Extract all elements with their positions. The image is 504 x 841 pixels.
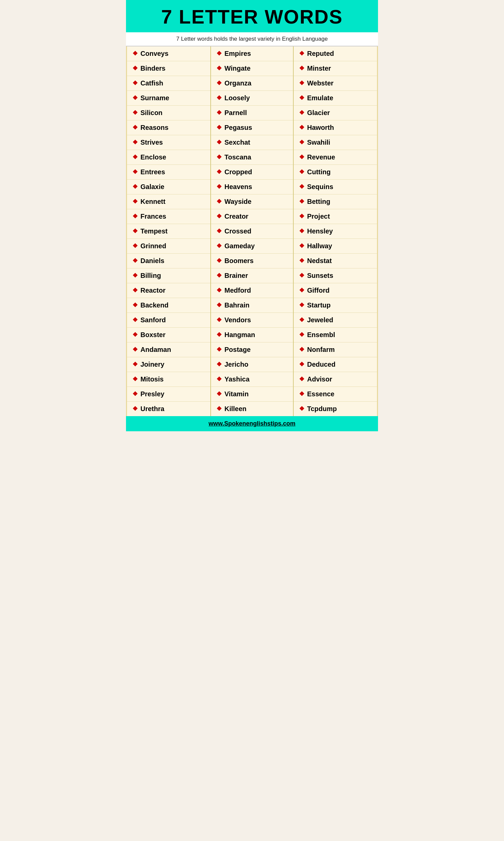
list-item: ❖Billing — [127, 269, 210, 283]
word-label: Haworth — [307, 124, 334, 132]
diamond-icon: ❖ — [132, 361, 138, 368]
list-item: ❖Pegasus — [211, 120, 293, 135]
word-label: Kennett — [141, 198, 165, 206]
word-label: Webster — [307, 80, 334, 87]
list-item: ❖Silicon — [127, 106, 210, 120]
subtitle-bar: 7 Letter words holds the largest variety… — [126, 32, 378, 47]
diamond-icon: ❖ — [299, 287, 304, 294]
list-item: ❖Webster — [294, 76, 377, 91]
diamond-icon: ❖ — [299, 316, 304, 324]
page-title: 7 LETTER WORDS — [129, 6, 375, 28]
diamond-icon: ❖ — [299, 257, 304, 264]
list-item: ❖Tcpdump — [294, 402, 377, 416]
diamond-icon: ❖ — [216, 346, 222, 353]
diamond-icon: ❖ — [132, 390, 138, 398]
list-item: ❖Sunsets — [294, 269, 377, 283]
list-item: ❖Andaman — [127, 342, 210, 357]
list-item: ❖Organza — [211, 76, 293, 91]
list-item: ❖Yashica — [211, 372, 293, 387]
list-item: ❖Tempest — [127, 224, 210, 239]
list-item: ❖Strives — [127, 135, 210, 150]
diamond-icon: ❖ — [299, 361, 304, 368]
list-item: ❖Loosely — [211, 91, 293, 106]
word-label: Crossed — [224, 227, 251, 235]
diamond-icon: ❖ — [299, 153, 304, 161]
list-item: ❖Heavens — [211, 179, 293, 194]
word-label: Reactor — [141, 287, 165, 294]
word-label: Jericho — [224, 361, 248, 368]
diamond-icon: ❖ — [216, 139, 222, 146]
diamond-icon: ❖ — [216, 361, 222, 368]
diamond-icon: ❖ — [216, 94, 222, 102]
list-item: ❖Cropped — [211, 165, 293, 179]
diamond-icon: ❖ — [216, 405, 222, 412]
word-label: Surname — [141, 94, 169, 102]
list-item: ❖Swahili — [294, 135, 377, 150]
diamond-icon: ❖ — [132, 94, 138, 102]
diamond-icon: ❖ — [216, 287, 222, 294]
list-item: ❖Brainer — [211, 269, 293, 283]
word-label: Frances — [141, 212, 166, 220]
diamond-icon: ❖ — [132, 227, 138, 235]
diamond-icon: ❖ — [216, 50, 222, 57]
word-label: Joinery — [141, 361, 164, 368]
word-label: Postage — [224, 346, 251, 354]
word-grid: ❖Conveys❖Binders❖Catfish❖Surname❖Silicon… — [126, 47, 378, 416]
list-item: ❖Wayside — [211, 194, 293, 209]
list-item: ❖Essence — [294, 387, 377, 402]
list-item: ❖Crossed — [211, 224, 293, 239]
diamond-icon: ❖ — [216, 198, 222, 205]
list-item: ❖Entrees — [127, 165, 210, 179]
diamond-icon: ❖ — [216, 183, 222, 190]
diamond-icon: ❖ — [132, 183, 138, 190]
diamond-icon: ❖ — [299, 405, 304, 412]
word-label: Advisor — [307, 375, 332, 383]
diamond-icon: ❖ — [132, 405, 138, 412]
word-label: Revenue — [307, 153, 335, 161]
word-label: Binders — [141, 65, 165, 72]
word-label: Ensembl — [307, 331, 335, 339]
list-item: ❖Reasons — [127, 120, 210, 135]
word-label: Hensley — [307, 227, 333, 235]
list-item: ❖Deduced — [294, 357, 377, 372]
word-label: Creator — [224, 212, 248, 220]
list-item: ❖Gifford — [294, 283, 377, 298]
list-item: ❖Minster — [294, 61, 377, 76]
list-item: ❖Jericho — [211, 357, 293, 372]
word-label: Sanford — [141, 316, 166, 324]
diamond-icon: ❖ — [299, 94, 304, 102]
diamond-icon: ❖ — [216, 375, 222, 383]
word-label: Deduced — [307, 361, 335, 368]
list-item: ❖Sanford — [127, 313, 210, 328]
diamond-icon: ❖ — [132, 50, 138, 57]
word-label: Cropped — [224, 168, 252, 176]
word-label: Loosely — [224, 94, 250, 102]
list-item: ❖Sequins — [294, 179, 377, 194]
list-item: ❖Creator — [211, 209, 293, 224]
diamond-icon: ❖ — [132, 153, 138, 161]
diamond-icon: ❖ — [299, 109, 304, 116]
word-label: Strives — [141, 139, 163, 146]
diamond-icon: ❖ — [216, 331, 222, 339]
word-label: Heavens — [224, 183, 252, 191]
diamond-icon: ❖ — [216, 168, 222, 176]
list-item: ❖Bahrain — [211, 298, 293, 313]
list-item: ❖Cutting — [294, 165, 377, 179]
column-3: ❖Reputed❖Minster❖Webster❖Emulate❖Glacier… — [294, 47, 377, 416]
diamond-icon: ❖ — [132, 212, 138, 220]
diamond-icon: ❖ — [216, 302, 222, 309]
diamond-icon: ❖ — [132, 287, 138, 294]
list-item: ❖Vitamin — [211, 387, 293, 402]
word-label: Reasons — [141, 124, 168, 132]
diamond-icon: ❖ — [132, 168, 138, 176]
word-label: Emulate — [307, 94, 333, 102]
list-item: ❖Killeen — [211, 402, 293, 416]
word-label: Wayside — [224, 198, 251, 206]
word-label: Minster — [307, 65, 331, 72]
list-item: ❖Nonfarm — [294, 342, 377, 357]
list-item: ❖Vendors — [211, 313, 293, 328]
diamond-icon: ❖ — [299, 272, 304, 279]
list-item: ❖Daniels — [127, 254, 210, 269]
diamond-icon: ❖ — [216, 316, 222, 324]
list-item: ❖Glacier — [294, 106, 377, 120]
